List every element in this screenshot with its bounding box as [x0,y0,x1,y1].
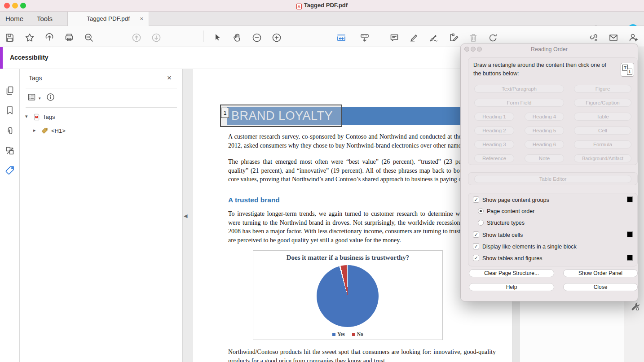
share-upload-icon[interactable] [44,32,55,43]
info-icon[interactable] [46,92,55,102]
pie [317,265,379,327]
color-swatch[interactable] [627,196,633,202]
tag-options-icon[interactable] [27,92,36,102]
formula-button[interactable]: Formula [574,140,631,148]
collapse-panel-icon[interactable]: ◀ [184,213,187,219]
legend-item: Yes [332,331,345,337]
tag-options-caret-icon[interactable]: ▾ [39,96,41,100]
content-selection-rectangle[interactable] [220,105,342,127]
help-button[interactable]: Help [469,283,554,291]
close-button[interactable]: Close [563,283,638,291]
color-swatch[interactable] [627,231,633,237]
search-icon[interactable] [84,32,94,43]
table-button[interactable]: Table [574,113,631,121]
redo-icon[interactable] [488,32,498,43]
tree-row-tags-root[interactable]: ▾ A Tags [20,112,183,122]
chevron-down-icon[interactable]: ▾ [25,113,28,119]
legend-swatch-yes [332,333,335,336]
figure-caption-button[interactable]: Figure/Caption [574,99,631,107]
order-panel-icon[interactable] [4,145,15,156]
cell-button[interactable]: Cell [574,126,631,135]
document-subheading: A trusted brand [228,196,280,204]
figure-button[interactable]: Figure [574,85,631,93]
radio-label: Structure types [487,220,525,226]
print-icon[interactable] [64,32,75,43]
form-field-button[interactable]: Form Field [474,99,564,107]
checkbox-label: Display like elements in a single block [482,244,577,250]
table-editor-button[interactable]: Table Editor [474,175,631,183]
reading-order-number-badge: 1 [221,108,229,118]
show-tables-figures-checkbox[interactable]: ✓ [473,255,479,261]
attachments-paperclip-icon[interactable] [4,126,15,136]
email-icon[interactable] [608,32,619,43]
add-tools-wrench-icon[interactable] [630,301,640,312]
save-icon[interactable] [4,32,15,43]
background-artifact-button[interactable]: Background/Artifact [574,154,631,162]
pie-chart-figure: Does it matter if a business is trustwor… [253,250,443,340]
dialog-instruction: Draw a rectangle around the content then… [473,61,608,78]
titlebar: ATagged PDF.pdf [0,0,644,12]
person-add-icon[interactable] [628,32,639,43]
display-like-elements-checkbox[interactable]: ✓ [473,243,479,249]
text-paragraph-button[interactable]: Text/Paragraph [474,85,564,93]
legend-swatch-no [352,333,355,336]
divider [26,88,177,88]
zoom-in-icon[interactable] [271,32,282,43]
sign-pen-icon[interactable] [428,32,439,43]
checkbox-label: Show tables and figures [482,255,542,262]
heading1-button[interactable]: Heading 1 [474,113,514,121]
highlighter-icon[interactable] [409,32,419,43]
pdf-file-icon: A [296,4,302,9]
pdf-root-icon: A [33,113,40,121]
color-swatch[interactable] [627,255,633,261]
page-scrolling-icon[interactable] [359,32,370,43]
tree-row-h1[interactable]: ▸ <H1> [20,126,183,136]
heading6-button[interactable]: Heading 6 [525,140,564,148]
structure-type-toggle-icon[interactable]: T 1 [621,63,634,77]
fill-sign-icon[interactable] [448,32,459,43]
legend-item: No [352,331,363,337]
tab-home[interactable]: Home [5,15,23,22]
chart-legend: Yes No [253,331,442,337]
tool-title: Accessibility [10,54,49,61]
paragraph: To investigate longer-term trends, we ag… [228,209,496,244]
close-tab-icon[interactable]: × [140,12,143,26]
reading-order-dialog: Reading Order Draw a rectangle around th… [460,44,638,301]
clear-page-structure-button[interactable]: Clear Page Structure... [469,269,554,277]
heading4-button[interactable]: Heading 4 [525,113,564,121]
fit-width-icon[interactable] [336,32,347,43]
tags-panel-icon[interactable] [4,165,15,176]
delete-trash-icon[interactable] [468,32,479,43]
structure-types-radio[interactable] [478,220,484,226]
show-table-cells-checkbox[interactable]: ✓ [473,231,479,238]
window-title: ATagged PDF.pdf [0,2,644,9]
note-button[interactable]: Note [525,154,564,162]
link-icon[interactable] [588,32,599,43]
zoom-out-icon[interactable] [251,32,262,43]
star-icon[interactable] [24,32,35,43]
heading5-button[interactable]: Heading 5 [525,126,564,135]
page-thumbnails-icon[interactable] [4,85,15,96]
page-content-order-radio[interactable] [478,208,484,214]
show-page-content-groups-checkbox[interactable]: ✓ [473,196,479,203]
heading3-button[interactable]: Heading 3 [474,140,514,148]
previous-page-icon[interactable] [131,32,142,43]
paragraph: Northwind/Contoso products hit the sweet… [228,348,496,362]
paragraph: The phrases that emerged most often were… [228,157,496,184]
heading2-button[interactable]: Heading 2 [474,126,514,135]
close-panel-icon[interactable]: × [167,74,172,83]
divider [26,107,177,108]
tags-panel-title: Tags [29,74,42,82]
reference-button[interactable]: Reference [474,154,514,162]
comment-icon[interactable] [389,32,400,43]
next-page-icon[interactable] [151,32,162,43]
tab-tools[interactable]: Tools [37,15,53,22]
bookmarks-icon[interactable] [4,105,15,116]
chevron-right-icon[interactable]: ▸ [33,127,36,133]
select-cursor-icon[interactable] [212,32,223,43]
hand-tool-icon[interactable] [232,32,243,43]
toolbar-divider [203,31,203,42]
toolbar-divider [381,31,381,42]
show-order-panel-button[interactable]: Show Order Panel [563,269,638,277]
tab-document[interactable]: Tagged PDF.pdf × [67,12,149,26]
